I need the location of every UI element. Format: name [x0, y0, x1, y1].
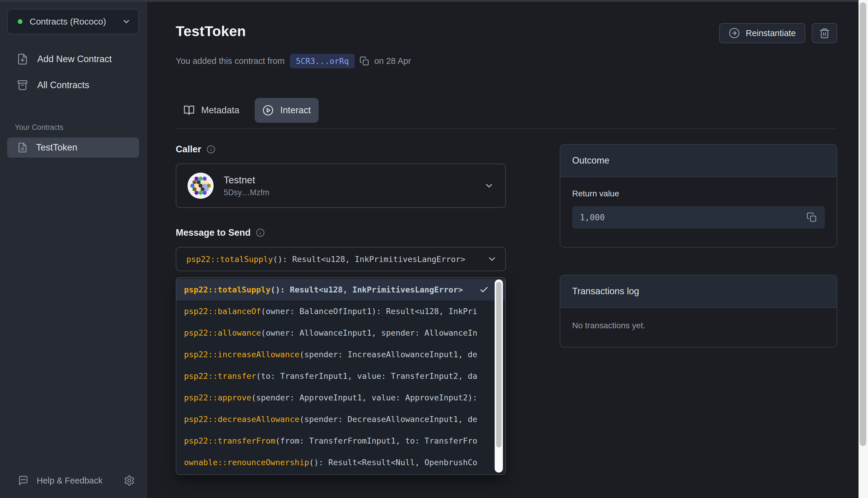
trash-icon	[819, 27, 830, 39]
dropdown-scrollbar-thumb[interactable]	[496, 282, 502, 447]
gear-icon[interactable]	[124, 475, 135, 486]
message-option-balanceOf[interactable]: psp22::balanceOf(owner: BalanceOfInput1)…	[176, 300, 505, 322]
sidebar: Contracts (Rococo) Add New Contract All …	[0, 0, 147, 498]
contract-address-pill[interactable]: 5CR3...orRq	[290, 54, 355, 68]
tab-label: Metadata	[201, 105, 239, 116]
file-plus-icon	[16, 53, 28, 65]
tab-label: Interact	[280, 105, 311, 116]
message-option-decreaseAllowance[interactable]: psp22::decreaseAllowance(spender: Decrea…	[176, 408, 505, 430]
dropdown-scrollbar[interactable]	[495, 279, 503, 473]
check-icon	[474, 285, 489, 294]
copy-address-button[interactable]	[360, 56, 370, 66]
help-feedback-link[interactable]: Help & Feedback	[37, 476, 124, 486]
sidebar-item-label: Add New Contract	[37, 54, 112, 64]
network-selector-label: Contracts (Rococo)	[29, 16, 122, 27]
chevron-down-icon	[122, 17, 131, 26]
window-top-edge	[0, 0, 868, 2]
message-option-approve[interactable]: psp22::approve(spender: ApproveInput1, v…	[176, 387, 505, 408]
chat-bubble-icon	[17, 475, 28, 486]
network-status-dot	[18, 19, 23, 24]
message-option-totalSupply[interactable]: psp22::totalSupply(): Result<u128, InkPr…	[176, 279, 505, 300]
info-icon[interactable]	[256, 228, 265, 237]
tab-bar: Metadata Interact	[176, 98, 837, 123]
message-option-transfer[interactable]: psp22::transfer(to: TransferInput1, valu…	[176, 365, 505, 387]
copy-icon	[806, 212, 817, 223]
chevron-down-icon	[482, 254, 497, 264]
sidebar-item-all-contracts[interactable]: All Contracts	[7, 76, 139, 95]
sidebar-nav: Add New Contract All Contracts	[7, 50, 139, 95]
main-content: TestToken Reinstantiate You added this c…	[147, 0, 868, 498]
network-selector[interactable]: Contracts (Rococo)	[7, 9, 139, 34]
added-date: on 28 Apr	[374, 56, 411, 66]
message-option-transferFrom[interactable]: psp22::transferFrom(from: TransferFromIn…	[176, 430, 505, 451]
contract-added-line: You added this contract from 5CR3...orRq…	[176, 54, 837, 68]
tabs-divider	[176, 128, 837, 129]
book-open-icon	[183, 105, 195, 116]
contract-item-label: TestToken	[36, 142, 78, 153]
message-to-send-label: Message to Send	[176, 227, 250, 238]
added-prefix: You added this contract from	[176, 56, 285, 66]
file-text-icon	[17, 142, 28, 153]
sidebar-footer: Help & Feedback	[7, 475, 139, 486]
transactions-empty-text: No transactions yet.	[572, 321, 825, 330]
selected-message-signature: (): Result<u128, InkPrimitivesLangError>	[273, 254, 465, 264]
reinstantiate-button[interactable]: Reinstantiate	[719, 23, 805, 43]
archive-icon	[16, 79, 28, 91]
page-scrollbar-thumb[interactable]	[860, 2, 866, 446]
page-scrollbar[interactable]	[858, 0, 868, 498]
info-icon[interactable]	[207, 145, 215, 154]
transactions-log-panel: Transactions log No transactions yet.	[560, 275, 837, 348]
selected-message-name: psp22::totalSupply	[186, 254, 273, 264]
caller-account-select[interactable]: Testnet 5Dsy…Mzfm	[176, 163, 506, 208]
message-option-increaseAllowance[interactable]: psp22::increaseAllowance(spender: Increa…	[176, 344, 505, 365]
return-value-box: 1,000	[572, 206, 825, 228]
return-value-label: Return value	[572, 189, 825, 198]
caller-name: Testnet	[224, 174, 270, 186]
reinstantiate-label: Reinstantiate	[746, 28, 796, 38]
page-title: TestToken	[176, 23, 246, 39]
play-circle-icon	[262, 105, 274, 116]
sidebar-item-label: All Contracts	[37, 80, 89, 91]
message-option-renounceOwnership[interactable]: ownable::renounceOwnership(): Result<Res…	[176, 451, 505, 473]
account-identicon	[187, 172, 214, 199]
copy-return-value-button[interactable]	[806, 212, 817, 223]
your-contracts-heading: Your Contracts	[15, 123, 139, 132]
outcome-panel: Outcome Return value 1,000	[560, 144, 837, 248]
tab-interact[interactable]: Interact	[255, 98, 318, 123]
chevron-down-icon	[484, 181, 494, 191]
delete-contract-button[interactable]	[812, 23, 837, 43]
caller-label: Caller	[176, 144, 201, 155]
outcome-panel-title: Outcome	[560, 145, 837, 177]
copy-icon	[360, 56, 370, 66]
message-select[interactable]: psp22::totalSupply(): Result<u128, InkPr…	[176, 247, 506, 271]
sidebar-item-testtoken[interactable]: TestToken	[7, 137, 139, 158]
message-option-allowance[interactable]: psp22::allowance(owner: AllowanceInput1,…	[176, 322, 505, 344]
tab-metadata[interactable]: Metadata	[176, 98, 247, 123]
message-options-dropdown: psp22::totalSupply(): Result<u128, InkPr…	[176, 277, 506, 475]
caller-address: 5Dsy…Mzfm	[224, 188, 270, 197]
transactions-log-title: Transactions log	[560, 275, 837, 308]
arrow-right-circle-icon	[729, 27, 740, 39]
sidebar-item-add-new-contract[interactable]: Add New Contract	[7, 50, 139, 69]
return-value: 1,000	[580, 213, 605, 222]
